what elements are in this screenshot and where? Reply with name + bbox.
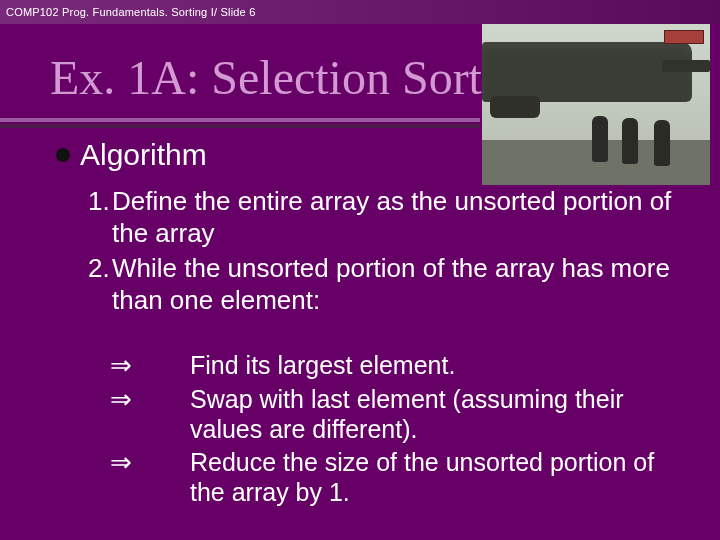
step-text: While the unsorted portion of the array … [112,253,690,316]
list-item: ⇒ Find its largest element. [110,350,680,382]
substep-text: Reduce the size of the unsorted portion … [190,447,680,508]
list-item: ⇒ Swap with last element (assuming their… [110,384,680,445]
steps-list: 1. Define the entire array as the unsort… [88,186,690,321]
bullet-label: Algorithm [80,138,207,172]
bullet-algorithm: Algorithm [56,138,207,172]
substep-text: Find its largest element. [190,350,680,381]
step-number: 2. [88,253,112,285]
arrow-icon: ⇒ [110,447,190,479]
decorative-photo [482,24,710,185]
bullet-disc-icon [56,148,70,162]
title-underline [0,118,480,122]
substeps-list: ⇒ Find its largest element. ⇒ Swap with … [110,350,680,510]
slide-header-text: COMP102 Prog. Fundamentals. Sorting I/ S… [6,6,256,18]
list-item: ⇒ Reduce the size of the unsorted portio… [110,447,680,508]
list-item: 1. Define the entire array as the unsort… [88,186,690,249]
slide-title: Ex. 1A: Selection Sort [50,50,482,105]
slide-header: COMP102 Prog. Fundamentals. Sorting I/ S… [0,0,720,24]
substep-text: Swap with last element (assuming their v… [190,384,680,445]
step-number: 1. [88,186,112,218]
list-item: 2. While the unsorted portion of the arr… [88,253,690,316]
arrow-icon: ⇒ [110,384,190,416]
step-text: Define the entire array as the unsorted … [112,186,690,249]
arrow-icon: ⇒ [110,350,190,382]
